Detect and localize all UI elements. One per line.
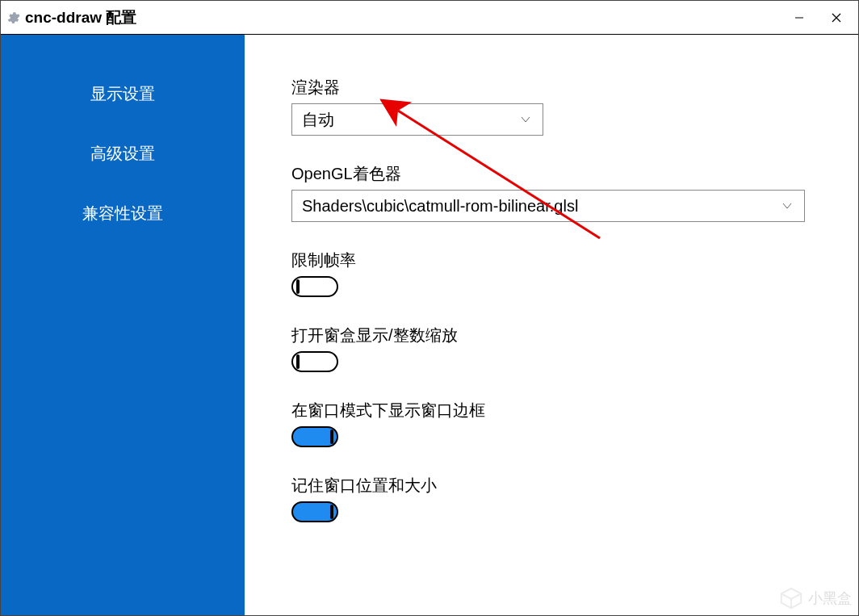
cube-icon <box>779 586 803 610</box>
field-shader: OpenGL着色器 Shaders\cubic\catmull-rom-bili… <box>291 163 811 222</box>
window-title: cnc-ddraw 配置 <box>25 7 136 28</box>
boxed-toggle[interactable] <box>291 351 338 372</box>
watermark-text: 小黑盒 <box>808 589 852 608</box>
chevron-down-icon <box>781 200 793 212</box>
border-label: 在窗口模式下显示窗口边框 <box>291 400 811 421</box>
sidebar-item-label: 兼容性设置 <box>82 203 163 224</box>
sidebar: 显示设置 高级设置 兼容性设置 <box>1 35 245 615</box>
main-panel: 渲染器 自动 OpenGL着色器 Shaders\cubic\catmull-r… <box>245 35 858 615</box>
shader-value: Shaders\cubic\catmull-rom-bilinear.glsl <box>302 197 578 216</box>
app-window: cnc-ddraw 配置 显示设置 高级设置 兼容性设置 渲染器 <box>0 0 859 616</box>
shader-label: OpenGL着色器 <box>291 163 811 185</box>
renderer-value: 自动 <box>302 109 334 131</box>
sidebar-item-label: 显示设置 <box>90 83 155 105</box>
field-renderer: 渲染器 自动 <box>291 77 811 136</box>
field-boxed: 打开窗盒显示/整数缩放 <box>291 325 811 372</box>
field-savepos: 记住窗口位置和大小 <box>291 475 811 522</box>
minimize-button[interactable] <box>781 5 818 31</box>
sidebar-item-compat[interactable]: 兼容性设置 <box>1 183 245 243</box>
fps-limit-label: 限制帧率 <box>291 249 811 271</box>
renderer-label: 渲染器 <box>291 77 811 98</box>
border-toggle[interactable] <box>291 426 338 447</box>
savepos-label: 记住窗口位置和大小 <box>291 475 811 497</box>
field-fps-limit: 限制帧率 <box>291 249 811 297</box>
sidebar-item-display[interactable]: 显示设置 <box>1 64 245 124</box>
title-bar: cnc-ddraw 配置 <box>1 1 858 35</box>
field-border: 在窗口模式下显示窗口边框 <box>291 400 811 447</box>
fps-limit-toggle[interactable] <box>291 276 338 297</box>
sidebar-item-advanced[interactable]: 高级设置 <box>1 124 245 183</box>
sidebar-item-label: 高级设置 <box>90 143 155 165</box>
watermark: 小黑盒 <box>779 586 852 610</box>
savepos-toggle[interactable] <box>291 501 338 522</box>
chevron-down-icon <box>520 114 531 125</box>
gear-icon <box>6 10 20 25</box>
shader-select[interactable]: Shaders\cubic\catmull-rom-bilinear.glsl <box>291 190 805 222</box>
renderer-select[interactable]: 自动 <box>291 103 543 136</box>
window-controls <box>781 5 855 31</box>
close-button[interactable] <box>818 5 855 31</box>
boxed-label: 打开窗盒显示/整数缩放 <box>291 325 811 346</box>
